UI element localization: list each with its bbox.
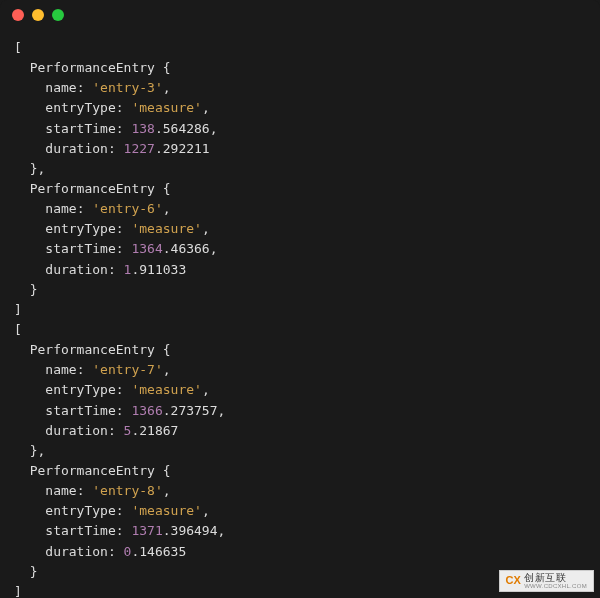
watermark-sub-text: WWW.CDCXHL.COM <box>524 583 587 589</box>
terminal-window: [ PerformanceEntry { name: 'entry-3', en… <box>0 0 600 598</box>
maximize-icon[interactable] <box>52 9 64 21</box>
window-titlebar <box>0 0 600 30</box>
console-output: [ PerformanceEntry { name: 'entry-3', en… <box>0 30 600 598</box>
close-icon[interactable] <box>12 9 24 21</box>
watermark-badge: CX 创新互联 WWW.CDCXHL.COM <box>499 570 594 592</box>
minimize-icon[interactable] <box>32 9 44 21</box>
watermark-logo-icon: CX <box>506 574 520 588</box>
watermark-main-text: 创新互联 <box>524 573 587 583</box>
